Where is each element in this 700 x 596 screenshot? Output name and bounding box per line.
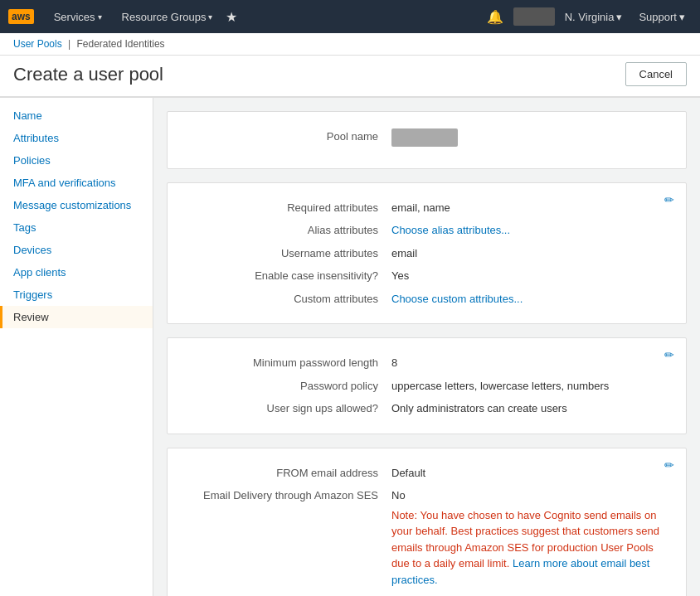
min-password-label: Minimum password length [184, 355, 391, 371]
sidebar-item-app-clients[interactable]: App clients [0, 261, 153, 283]
password-policy-label: Password policy [184, 378, 391, 395]
sidebar-item-devices[interactable]: Devices [0, 239, 153, 261]
breadcrumb: User Pools | Federated Identities [0, 33, 700, 56]
policies-edit-icon[interactable]: ✏ [664, 348, 674, 361]
username-attributes-row: Username attributes email [184, 242, 669, 265]
custom-attributes-value[interactable]: Choose custom attributes... [391, 291, 669, 308]
avatar [513, 7, 555, 26]
region-label: N. Virginia [565, 11, 615, 23]
sidebar-item-attributes[interactable]: Attributes [0, 127, 153, 149]
support-label: Support [639, 11, 677, 23]
sidebar-item-message-customizations[interactable]: Message customizations [0, 194, 153, 216]
email-edit-icon[interactable]: ✏ [664, 458, 674, 472]
top-navigation: aws Services ▾ Resource Groups ▾ ★ 🔔 N. … [0, 0, 700, 33]
enable-case-value: Yes [391, 268, 669, 284]
password-policy-row: Password policy uppercase letters, lower… [184, 375, 669, 398]
required-attributes-row: Required attributes email, name [184, 196, 669, 220]
support-menu[interactable]: Support ▾ [632, 11, 692, 23]
email-delivery-row: Email Delivery through Amazon SES No Not… [184, 484, 669, 591]
from-email-value: Default [391, 465, 669, 482]
enable-case-label: Enable case insensitivity? [184, 268, 391, 284]
main-content: Pool name ✏ Required attributes email, n… [153, 98, 700, 596]
aws-logo-box: aws [8, 9, 34, 24]
main-layout: Name Attributes Policies MFA and verific… [0, 98, 700, 596]
required-attributes-label: Required attributes [184, 200, 391, 216]
alias-attributes-row: Alias attributes Choose alias attributes… [184, 219, 669, 242]
breadcrumb-user-pools-link[interactable]: User Pools [13, 38, 62, 50]
sidebar-item-policies[interactable]: Policies [0, 149, 153, 172]
attributes-edit-icon[interactable]: ✏ [664, 193, 674, 206]
resource-groups-menu[interactable]: Resource Groups ▾ [115, 0, 220, 33]
custom-attributes-row: Custom attributes Choose custom attribut… [184, 288, 669, 311]
page-title: Create a user pool [13, 64, 163, 85]
email-delivery-no: No [391, 487, 669, 504]
resource-groups-chevron-icon: ▾ [208, 12, 212, 22]
services-label: Services [54, 11, 95, 23]
user-sign-ups-row: User sign ups allowed? Only administrato… [184, 397, 669, 420]
breadcrumb-separator: | [68, 38, 70, 50]
support-chevron-icon: ▾ [679, 11, 685, 23]
aws-logo[interactable]: aws [8, 9, 34, 24]
pool-name-blur [391, 128, 458, 147]
resource-groups-label: Resource Groups [122, 11, 207, 23]
attributes-card: ✏ Required attributes email, name Alias … [167, 182, 687, 325]
sidebar-item-name[interactable]: Name [0, 104, 153, 127]
email-delivery-value: No Note: You have chosen to have Cognito… [391, 487, 669, 588]
username-attributes-value: email [391, 245, 669, 262]
alias-attributes-label: Alias attributes [184, 222, 391, 239]
cancel-button[interactable]: Cancel [625, 62, 687, 86]
from-email-row: FROM email address Default [184, 462, 669, 485]
sidebar: Name Attributes Policies MFA and verific… [0, 98, 153, 596]
services-menu[interactable]: Services ▾ [47, 0, 109, 33]
sidebar-item-triggers[interactable]: Triggers [0, 283, 153, 306]
policies-card: ✏ Minimum password length 8 Password pol… [167, 337, 687, 434]
sidebar-item-review[interactable]: Review [0, 306, 153, 328]
pool-name-row: Pool name [184, 125, 669, 155]
enable-case-row: Enable case insensitivity? Yes [184, 264, 669, 288]
min-password-value: 8 [391, 355, 669, 371]
user-sign-ups-label: User sign ups allowed? [184, 400, 391, 417]
page-header: Create a user pool Cancel [0, 56, 700, 97]
custom-attributes-label: Custom attributes [184, 291, 391, 308]
region-menu[interactable]: N. Virginia ▾ [558, 11, 630, 23]
password-policy-value: uppercase letters, lowercase letters, nu… [391, 378, 669, 395]
pool-name-label: Pool name [184, 128, 391, 152]
nav-right: 🔔 N. Virginia ▾ Support ▾ [480, 7, 692, 26]
required-attributes-value: email, name [391, 200, 669, 216]
sidebar-item-tags[interactable]: Tags [0, 216, 153, 239]
pin-icon[interactable]: ★ [226, 9, 237, 25]
notification-bell-icon[interactable]: 🔔 [480, 9, 510, 25]
email-note: Note: You have chosen to have Cognito se… [391, 507, 669, 589]
email-card: ✏ FROM email address Default Email Deliv… [167, 448, 687, 597]
username-attributes-label: Username attributes [184, 245, 391, 262]
min-password-row: Minimum password length 8 [184, 351, 669, 375]
email-delivery-label: Email Delivery through Amazon SES [184, 487, 391, 588]
services-chevron-icon: ▾ [98, 12, 102, 22]
region-chevron-icon: ▾ [616, 11, 622, 23]
alias-attributes-value[interactable]: Choose alias attributes... [391, 222, 669, 239]
sidebar-item-mfa[interactable]: MFA and verifications [0, 172, 153, 194]
pool-name-card: Pool name [167, 111, 687, 169]
from-email-label: FROM email address [184, 465, 391, 482]
user-sign-ups-value: Only administrators can create users [391, 400, 669, 417]
pool-name-value [391, 128, 669, 152]
breadcrumb-federated: Federated Identities [77, 38, 165, 50]
